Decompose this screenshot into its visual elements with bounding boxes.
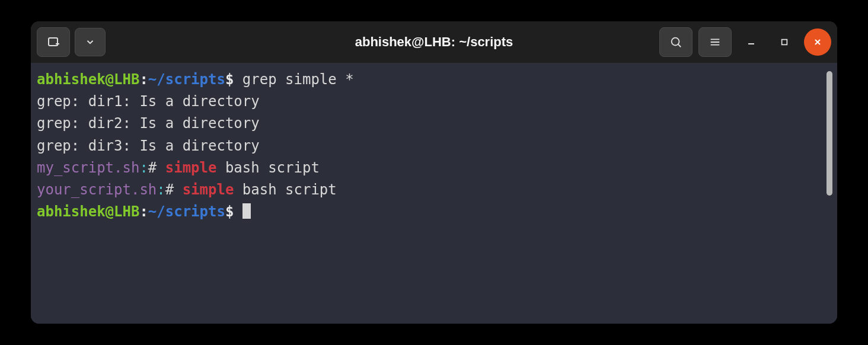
- svg-rect-9: [782, 40, 787, 45]
- match-file: your_script.sh: [37, 181, 157, 198]
- match-sep: :: [139, 159, 148, 176]
- output-line-3: grep: dir3: Is a directory: [37, 138, 260, 154]
- titlebar-left-group: [37, 27, 106, 57]
- minimize-icon: [746, 37, 756, 47]
- command-text: grep simple *: [242, 71, 354, 88]
- prompt-sep: :: [139, 203, 148, 220]
- output-line-1: grep: dir1: Is a directory: [37, 93, 260, 110]
- scrollbar-thumb[interactable]: [826, 71, 832, 196]
- output-line-5: your_script.sh:# simple bash script: [37, 181, 337, 198]
- svg-rect-0: [49, 38, 58, 46]
- line-prompt-2: abhishek@LHB:~/scripts$: [37, 203, 251, 220]
- titlebar: abhishek@LHB: ~/scripts: [31, 21, 837, 63]
- prompt-path: ~/scripts: [148, 203, 225, 220]
- maximize-icon: [780, 38, 789, 46]
- chevron-down-icon: [85, 37, 95, 47]
- terminal-window: abhishek@LHB: ~/scripts: [31, 21, 837, 324]
- scrollbar[interactable]: [825, 69, 834, 318]
- close-icon: [813, 37, 822, 47]
- output-line-4: my_script.sh:# simple bash script: [37, 159, 320, 176]
- prompt-path: ~/scripts: [148, 71, 225, 88]
- match-hit: simple: [165, 159, 217, 176]
- match-pre: #: [148, 159, 165, 176]
- prompt-sep: :: [139, 71, 148, 88]
- titlebar-right-group: [659, 27, 831, 57]
- match-hit: simple: [183, 181, 234, 198]
- svg-point-3: [672, 38, 679, 46]
- line-1: abhishek@LHB:~/scripts$ grep simple *: [37, 71, 354, 88]
- prompt-symbol: $: [225, 71, 234, 88]
- menu-button[interactable]: [698, 27, 732, 57]
- minimize-button[interactable]: [738, 28, 765, 56]
- prompt-symbol: $: [225, 203, 234, 220]
- match-file: my_script.sh: [37, 159, 139, 176]
- close-button[interactable]: [804, 28, 831, 56]
- terminal-content: abhishek@LHB:~/scripts$ grep simple * gr…: [37, 69, 825, 318]
- svg-line-4: [678, 44, 681, 47]
- match-sep: :: [157, 181, 165, 198]
- tab-dropdown-button[interactable]: [75, 28, 106, 56]
- match-post: bash script: [234, 181, 336, 198]
- search-button[interactable]: [659, 27, 693, 57]
- window-title: abhishek@LHB: ~/scripts: [355, 34, 513, 50]
- search-icon: [669, 36, 682, 49]
- maximize-button[interactable]: [771, 28, 798, 56]
- match-pre: #: [165, 181, 183, 198]
- cursor-block: [242, 203, 251, 219]
- new-tab-icon: [46, 35, 60, 49]
- match-post: bash script: [216, 159, 319, 176]
- hamburger-icon: [709, 36, 722, 49]
- new-tab-button[interactable]: [37, 27, 70, 57]
- output-line-2: grep: dir2: Is a directory: [37, 115, 260, 132]
- prompt-user-host: abhishek@LHB: [37, 203, 139, 220]
- prompt-user-host: abhishek@LHB: [37, 71, 139, 88]
- terminal-body[interactable]: abhishek@LHB:~/scripts$ grep simple * gr…: [31, 63, 837, 324]
